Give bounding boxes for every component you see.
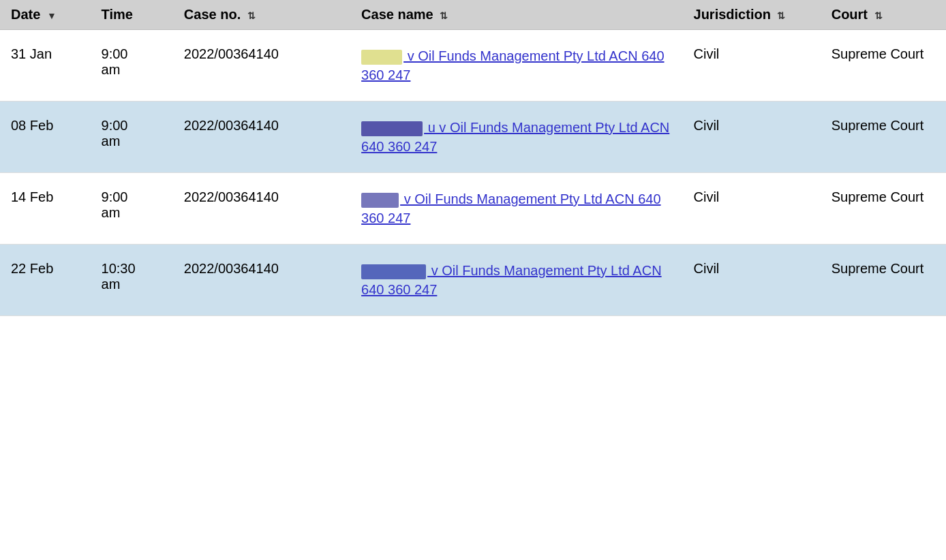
cell-jurisdiction: Civil: [683, 30, 821, 102]
cell-casename: v Oil Funds Management Pty Ltd ACN 640 3…: [350, 30, 682, 102]
hearings-table: Date ▼ Time Case no. ⇅ Case name ⇅ Juris…: [0, 0, 946, 316]
cell-date: 31 Jan: [0, 30, 91, 102]
time-label: Time: [102, 7, 133, 22]
redacted-name-block: [361, 193, 399, 208]
casename-label: Case name: [361, 7, 433, 22]
casename-sort-icon[interactable]: ⇅: [440, 10, 448, 21]
cell-caseno: 2022/00364140: [173, 102, 350, 173]
cell-caseno: 2022/00364140: [173, 30, 350, 102]
jurisdiction-sort-icon[interactable]: ⇅: [777, 10, 785, 21]
jurisdiction-label: Jurisdiction: [694, 7, 771, 22]
cell-court: Supreme Court: [821, 173, 946, 245]
col-header-court[interactable]: Court ⇅: [821, 0, 946, 30]
col-header-jurisdiction[interactable]: Jurisdiction ⇅: [683, 0, 821, 30]
cell-casename: v Oil Funds Management Pty Ltd ACN 640 3…: [350, 245, 682, 316]
col-header-casename[interactable]: Case name ⇅: [350, 0, 682, 30]
redacted-name-block: [361, 50, 402, 65]
cell-time: 9:00 am: [91, 173, 173, 245]
court-sort-icon[interactable]: ⇅: [874, 10, 883, 21]
case-name-link[interactable]: v Oil Funds Management Pty Ltd ACN 640 3…: [361, 263, 662, 297]
redacted-name-block: [361, 121, 423, 136]
col-header-date[interactable]: Date ▼: [0, 0, 91, 30]
date-label: Date: [11, 7, 40, 22]
cell-court: Supreme Court: [821, 245, 946, 316]
caseno-sort-icon[interactable]: ⇅: [247, 10, 256, 21]
caseno-label: Case no.: [184, 7, 241, 22]
cell-casename: u v Oil Funds Management Pty Ltd ACN 640…: [350, 102, 682, 173]
cell-jurisdiction: Civil: [683, 245, 821, 316]
cell-court: Supreme Court: [821, 102, 946, 173]
cell-jurisdiction: Civil: [683, 173, 821, 245]
cell-casename: v Oil Funds Management Pty Ltd ACN 640 3…: [350, 173, 682, 245]
cell-time: 9:00 am: [91, 102, 173, 173]
redacted-name-block: [361, 264, 426, 279]
case-name-link[interactable]: u v Oil Funds Management Pty Ltd ACN 640…: [361, 120, 669, 154]
cell-caseno: 2022/00364140: [173, 173, 350, 245]
case-name-link[interactable]: v Oil Funds Management Pty Ltd ACN 640 3…: [361, 48, 664, 82]
table-header-row: Date ▼ Time Case no. ⇅ Case name ⇅ Juris…: [0, 0, 946, 30]
case-name-link[interactable]: v Oil Funds Management Pty Ltd ACN 640 3…: [361, 191, 660, 225]
col-header-caseno[interactable]: Case no. ⇅: [173, 0, 350, 30]
cell-date: 14 Feb: [0, 173, 91, 245]
table-row: 31 Jan9:00 am2022/00364140 v Oil Funds M…: [0, 30, 946, 102]
table-row: 22 Feb10:30 am2022/00364140 v Oil Funds …: [0, 245, 946, 316]
table-row: 08 Feb9:00 am2022/00364140 u v Oil Funds…: [0, 102, 946, 173]
cell-time: 9:00 am: [91, 30, 173, 102]
court-label: Court: [831, 7, 868, 22]
table-row: 14 Feb9:00 am2022/00364140 v Oil Funds M…: [0, 173, 946, 245]
cell-caseno: 2022/00364140: [173, 245, 350, 316]
cell-court: Supreme Court: [821, 30, 946, 102]
cell-jurisdiction: Civil: [683, 102, 821, 173]
date-sort-icon[interactable]: ▼: [47, 10, 57, 21]
col-header-time: Time: [91, 0, 173, 30]
hearings-table-wrapper: Date ▼ Time Case no. ⇅ Case name ⇅ Juris…: [0, 0, 946, 316]
cell-time: 10:30 am: [91, 245, 173, 316]
cell-date: 08 Feb: [0, 102, 91, 173]
cell-date: 22 Feb: [0, 245, 91, 316]
